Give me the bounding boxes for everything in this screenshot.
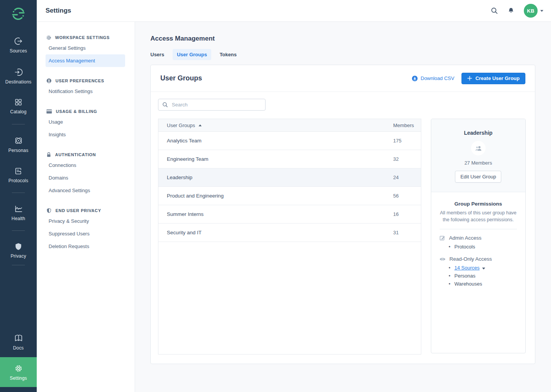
- group-summary: Leadership 27 Members Edit User Group: [431, 119, 525, 192]
- section-authentication: AUTHENTICATION Connections Domains Advan…: [37, 150, 135, 197]
- section-title: WORKSPACE SETTINGS: [55, 35, 110, 40]
- section-end-user-privacy: END USER PRIVACY Privacy & Security Supp…: [37, 206, 135, 253]
- create-user-group-button[interactable]: Create User Group: [461, 73, 525, 84]
- section-workspace-settings: WORKSPACE SETTINGS General Settings Acce…: [37, 33, 135, 67]
- sidebar-item-protocols[interactable]: Protocols: [0, 167, 37, 183]
- sources-link[interactable]: 14 Sources: [455, 265, 480, 271]
- sidebar-item-domains[interactable]: Domains: [46, 172, 125, 184]
- readonly-access-label: Read-Only Access: [450, 256, 492, 262]
- sidebar-item-destinations[interactable]: Destinations: [0, 67, 37, 85]
- tab-user-groups[interactable]: User Groups: [173, 49, 211, 60]
- group-member-count: 27 Members: [431, 160, 525, 166]
- create-user-group-label: Create User Group: [475, 75, 520, 81]
- table-row[interactable]: Product and Engineering 56: [158, 187, 421, 205]
- sidebar-item-privacy[interactable]: Privacy: [0, 242, 37, 259]
- sidebar-item-notification-settings[interactable]: Notification Settings: [46, 85, 125, 98]
- sidebar-label: Privacy: [11, 253, 26, 259]
- segment-logo[interactable]: [11, 7, 25, 21]
- admin-access-label: Admin Access: [449, 235, 482, 241]
- list-item: Protocols: [431, 243, 525, 251]
- segment-logo-icon: [11, 7, 25, 21]
- sidebar-item-general-settings[interactable]: General Settings: [46, 42, 125, 54]
- sidebar-label: Catalog: [10, 109, 27, 114]
- sidebar-label: Sources: [10, 48, 27, 54]
- search-input[interactable]: [171, 101, 261, 108]
- sort-ascending-icon: [199, 124, 202, 126]
- sources-icon: [14, 36, 23, 46]
- sidebar-item-sources[interactable]: Sources: [0, 36, 37, 54]
- personas-icon: [14, 136, 23, 145]
- sidebar-item-usage[interactable]: Usage: [46, 116, 125, 128]
- edit-user-group-button[interactable]: Edit User Group: [455, 171, 501, 183]
- topbar: Settings KB: [37, 0, 551, 22]
- settings-sidebar: WORKSPACE SETTINGS General Settings Acce…: [37, 22, 135, 392]
- main-content: Access Management Users User Groups Toke…: [135, 22, 551, 392]
- shield-icon: [46, 208, 52, 213]
- lock-icon: [46, 152, 51, 157]
- user-icon: [46, 78, 52, 83]
- sidebar-item-personas[interactable]: Personas: [0, 136, 37, 153]
- search-button[interactable]: [491, 7, 498, 15]
- sidebar-item-health[interactable]: Health: [0, 204, 37, 221]
- bell-icon: [507, 7, 515, 15]
- sidebar-item-insights[interactable]: Insights: [46, 128, 125, 141]
- tab-tokens[interactable]: Tokens: [215, 49, 241, 60]
- user-groups-table: User Groups Members Analytics Team 175 E…: [158, 119, 421, 354]
- table-row-selected[interactable]: Leadership 24: [158, 168, 421, 187]
- download-csv-button[interactable]: Download CSV: [412, 75, 454, 82]
- table-row[interactable]: Summer Interns 16: [158, 205, 421, 224]
- table-row[interactable]: Analytics Team 175: [158, 132, 421, 150]
- group-people-icon: [474, 145, 482, 151]
- table-row[interactable]: Engineering Team 32: [158, 150, 421, 168]
- page-header-title: Settings: [46, 7, 71, 15]
- table-row[interactable]: Security and IT 31: [158, 224, 421, 242]
- account-menu[interactable]: KB: [524, 4, 543, 18]
- readonly-access-list: 14 Sources Personas Warehouses: [431, 264, 525, 288]
- catalog-icon: [14, 98, 23, 107]
- sidebar-divider: [12, 230, 25, 231]
- sidebar-item-docs[interactable]: Docs: [0, 333, 37, 351]
- primary-sidebar: Sources Destinations Catalog Personas Pr…: [0, 0, 37, 392]
- sidebar-label: Personas: [8, 148, 28, 153]
- sidebar-label: Protocols: [8, 178, 28, 183]
- sidebar-label: Settings: [10, 376, 27, 381]
- search-icon: [491, 7, 498, 15]
- readonly-access-row: Read-Only Access: [431, 256, 525, 262]
- avatar[interactable]: KB: [524, 4, 538, 18]
- sidebar-item-privacy-security[interactable]: Privacy & Security: [46, 215, 125, 227]
- tab-users[interactable]: Users: [146, 49, 168, 60]
- permissions-title: Group Permissions: [431, 201, 525, 207]
- sidebar-item-deletion-requests[interactable]: Deletion Requests: [46, 240, 125, 253]
- card-header: User Groups Download CSV Create User: [151, 65, 535, 92]
- sidebar-item-advanced-settings[interactable]: Advanced Settings: [46, 184, 125, 197]
- section-title: END USER PRIVACY: [55, 208, 101, 213]
- notifications-button[interactable]: [507, 7, 515, 15]
- tab-bar: Users User Groups Tokens: [146, 49, 551, 60]
- group-name: Leadership: [431, 130, 525, 136]
- download-icon: [412, 75, 418, 82]
- search-icon: [162, 102, 168, 108]
- eye-icon: [439, 257, 446, 261]
- group-avatar: [471, 141, 486, 155]
- sidebar-item-connections[interactable]: Connections: [46, 159, 125, 172]
- table-header: User Groups Members: [158, 119, 421, 132]
- plus-icon: [467, 76, 472, 81]
- sidebar-divider: [12, 265, 25, 265]
- page-title: Access Management: [150, 35, 551, 42]
- chevron-down-icon: [482, 268, 485, 270]
- admin-access-list: Protocols: [431, 243, 525, 251]
- sidebar-item-suppressed-users[interactable]: Suppressed Users: [46, 227, 125, 240]
- section-title: USER PREFERENCES: [55, 78, 104, 83]
- column-header-user-groups[interactable]: User Groups: [158, 122, 393, 128]
- section-title: USAGE & BILLING: [56, 109, 97, 114]
- section-user-preferences: USER PREFERENCES Notification Settings: [37, 77, 135, 98]
- sidebar-item-catalog[interactable]: Catalog: [0, 98, 37, 114]
- sidebar-item-settings[interactable]: Settings: [0, 357, 37, 387]
- column-header-members: Members: [393, 122, 421, 128]
- sidebar-label: Destinations: [5, 79, 31, 85]
- section-usage-billing: USAGE & BILLING Usage Insights: [37, 107, 135, 141]
- health-icon: [14, 204, 23, 214]
- protocols-icon: [14, 167, 23, 176]
- edit-icon: [439, 235, 445, 241]
- sidebar-item-access-management[interactable]: Access Management: [46, 54, 125, 67]
